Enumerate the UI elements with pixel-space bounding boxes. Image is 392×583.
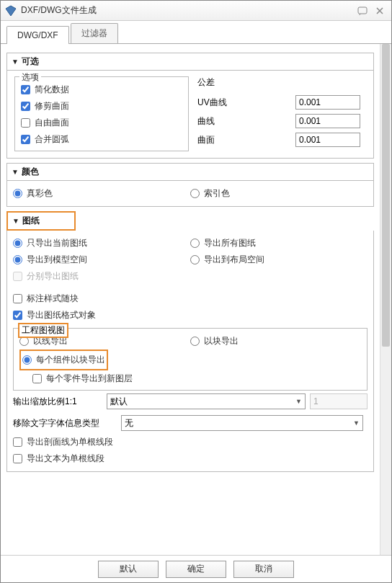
chk-merge[interactable]: 合并圆弧	[21, 131, 182, 148]
rad-model-space[interactable]: 导出到模型空间	[13, 252, 190, 268]
triangle-down-icon: ▼	[12, 58, 19, 66]
section-color-title: 颜色	[22, 166, 39, 178]
content-area: ▼ 可选 选项 简化数据 修剪曲面 自由曲面 合并圆弧	[1, 44, 380, 555]
section-optional-header[interactable]: ▼ 可选	[6, 53, 374, 71]
app-icon	[5, 5, 17, 17]
options-group: 选项 简化数据 修剪曲面 自由曲面 合并圆弧	[14, 76, 189, 151]
combo-font[interactable]: 无▼	[121, 415, 363, 431]
rad-layout-space[interactable]: 导出到布局空间	[190, 252, 368, 268]
options-legend: 选项	[19, 71, 41, 84]
rad-all-sheets[interactable]: 导出所有图纸	[190, 235, 368, 252]
drawing-view-group: 工程图视图 以线导出 以块导出 每个组件以块导出 每个零件导出到新图层	[13, 328, 368, 391]
input-uv[interactable]	[295, 95, 360, 110]
rad-as-block[interactable]: 以块导出	[190, 333, 361, 350]
rad-indexed[interactable]: 索引色	[190, 185, 368, 202]
chk-dim-block[interactable]: 标注样式随块	[13, 290, 368, 307]
tolerance-legend: 公差	[197, 76, 360, 89]
titlebar: DXF/DWG文件生成	[1, 1, 391, 21]
combo-scale[interactable]: 默认▼	[107, 393, 306, 409]
chevron-down-icon: ▼	[353, 419, 360, 427]
scrollbar[interactable]	[380, 44, 391, 555]
tab-bar: DWG/DXF 过滤器	[1, 21, 391, 44]
close-icon[interactable]	[373, 5, 387, 17]
help-icon[interactable]	[355, 5, 370, 17]
scrollbar-thumb[interactable]	[382, 44, 390, 347]
chk-separate-sheets: 分别导出图纸	[13, 268, 368, 285]
chk-section-single[interactable]: 导出剖面线为单根线段	[13, 434, 368, 450]
chk-format-obj[interactable]: 导出图纸格式对象	[13, 307, 368, 324]
chk-trim[interactable]: 修剪曲面	[21, 98, 182, 115]
chk-free[interactable]: 自由曲面	[21, 115, 182, 131]
input-scale-num: 1	[310, 393, 368, 409]
tolerance-group: 公差 UV曲线 曲线 曲面	[192, 76, 366, 152]
ok-button[interactable]: 确定	[166, 561, 226, 578]
lbl-scale: 输出缩放比例1:1	[13, 396, 107, 408]
default-button[interactable]: 默认	[98, 561, 159, 578]
lbl-curve: 曲线	[197, 115, 295, 128]
footer: 默认 确定 取消	[1, 555, 391, 582]
section-sheet-title: 图纸	[22, 215, 40, 227]
rad-current-sheet[interactable]: 只导出当前图纸	[13, 235, 190, 252]
lbl-uv: UV曲线	[197, 97, 295, 109]
section-color-header[interactable]: ▼ 颜色	[6, 163, 374, 181]
lbl-surface: 曲面	[197, 134, 295, 146]
drawing-view-legend: 工程图视图	[18, 323, 68, 338]
input-surface[interactable]	[295, 133, 360, 147]
triangle-down-icon: ▼	[12, 217, 19, 225]
tab-filter[interactable]: 过滤器	[71, 23, 118, 43]
chk-part-layer[interactable]: 每个零件导出到新图层	[32, 370, 361, 387]
section-optional-title: 可选	[22, 55, 39, 68]
window-title: DXF/DWG文件生成	[21, 4, 352, 17]
chk-simplify[interactable]: 简化数据	[21, 81, 182, 98]
rad-component-block[interactable]: 每个组件以块导出	[22, 352, 105, 368]
tab-dwg-dxf[interactable]: DWG/DXF	[6, 26, 69, 44]
lbl-font: 移除文字字体信息类型	[13, 417, 121, 430]
svg-marker-0	[6, 6, 16, 16]
cancel-button[interactable]: 取消	[233, 561, 294, 578]
chevron-down-icon: ▼	[295, 398, 302, 405]
input-curve[interactable]	[295, 114, 360, 128]
svg-rect-1	[358, 7, 367, 14]
rad-truecolor[interactable]: 真彩色	[13, 185, 190, 202]
triangle-down-icon: ▼	[12, 168, 19, 176]
section-sheet-header[interactable]: ▼ 图纸	[6, 211, 76, 231]
chk-text-single[interactable]: 导出文本为单根线段	[13, 450, 368, 467]
